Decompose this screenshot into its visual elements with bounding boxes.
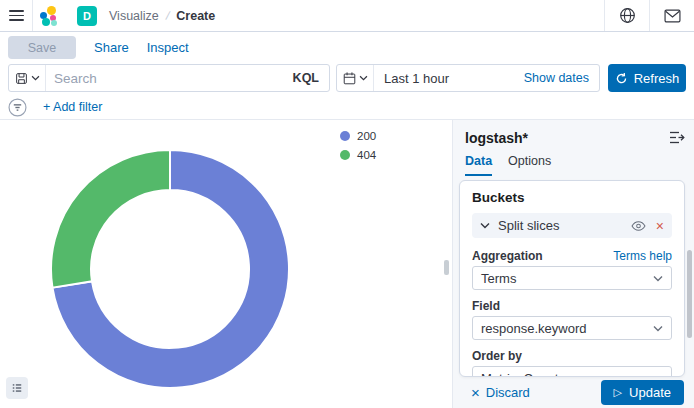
legend-dot-200 xyxy=(340,131,350,141)
legend-item-200[interactable]: 200 xyxy=(340,130,376,142)
chevron-down-icon xyxy=(31,75,40,81)
split-slices-accordion[interactable]: Split slices × xyxy=(472,213,672,238)
aggregation-select[interactable]: Terms xyxy=(472,266,672,290)
panel-scrollbar[interactable] xyxy=(687,250,692,338)
refresh-label: Refresh xyxy=(634,71,680,86)
collapse-panel-icon xyxy=(669,130,685,145)
chevron-down-icon xyxy=(359,75,368,81)
editor-toolbar: Save Share Inspect xyxy=(8,36,189,59)
search-input[interactable] xyxy=(46,71,293,86)
aggregation-value: Terms xyxy=(481,271,516,286)
chevron-down-icon xyxy=(653,275,663,282)
aggregation-label: Aggregation xyxy=(472,249,543,263)
inspect-button[interactable]: Inspect xyxy=(147,40,189,55)
field-value: response.keyword xyxy=(481,321,587,336)
time-picker: Last 1 hour Show dates xyxy=(336,64,600,92)
legend-item-404[interactable]: 404 xyxy=(340,149,376,161)
play-icon: ▷ xyxy=(614,387,622,398)
menu-icon[interactable] xyxy=(0,0,32,31)
remove-bucket-icon[interactable]: × xyxy=(656,219,664,233)
visualization-area: 200 404 xyxy=(0,120,452,408)
collapse-panel-button[interactable] xyxy=(669,130,685,145)
order-by-label: Order by xyxy=(472,349,522,363)
sidebar-tabs: Data Options xyxy=(465,154,694,176)
tab-options[interactable]: Options xyxy=(508,154,551,176)
split-slices-label: Split slices xyxy=(498,218,631,233)
field-select[interactable]: response.keyword xyxy=(472,316,672,340)
elastic-logo-cluster xyxy=(40,6,60,26)
eye-icon[interactable] xyxy=(631,220,646,232)
buckets-title: Buckets xyxy=(472,190,672,205)
close-icon: × xyxy=(471,385,480,400)
discard-label: Discard xyxy=(486,385,530,400)
search-bar: KQL xyxy=(8,64,330,92)
saved-query-menu-button[interactable] xyxy=(9,65,46,91)
date-quick-menu-button[interactable] xyxy=(337,65,374,91)
time-range-value[interactable]: Last 1 hour xyxy=(374,71,524,86)
chart-legend: 200 404 xyxy=(340,130,376,161)
filter-bar: + Add filter xyxy=(8,96,102,118)
share-button[interactable]: Share xyxy=(94,40,129,55)
kibana-visualize-editor: D Visualize / Create Save Share Inspect xyxy=(0,0,694,408)
show-dates-button[interactable]: Show dates xyxy=(524,71,599,85)
hamburger-icon xyxy=(9,10,24,21)
breadcrumb: Visualize / Create xyxy=(109,9,215,23)
breadcrumb-create: Create xyxy=(176,9,215,23)
legend-label-404: 404 xyxy=(357,149,376,161)
globe-icon xyxy=(619,7,636,24)
save-button[interactable]: Save xyxy=(8,36,76,59)
order-by-select[interactable]: Metric: Count xyxy=(472,366,672,377)
legend-toggle-button[interactable] xyxy=(6,377,28,399)
field-label: Field xyxy=(472,299,500,313)
legend-label-200: 200 xyxy=(357,130,376,142)
buckets-card: Buckets Split slices × Aggr xyxy=(459,180,685,377)
discard-button[interactable]: × Discard xyxy=(471,385,530,400)
update-label: Update xyxy=(629,385,671,400)
chevron-down-icon xyxy=(480,222,490,229)
legend-dot-404 xyxy=(340,150,350,160)
tab-data[interactable]: Data xyxy=(465,154,492,176)
panel-resize-handle[interactable] xyxy=(444,260,449,275)
chevron-down-icon xyxy=(653,325,663,332)
terms-help-link[interactable]: Terms help xyxy=(613,249,672,263)
help-menu-button[interactable] xyxy=(605,0,649,31)
filter-icon[interactable] xyxy=(8,98,27,117)
newsfeed-button[interactable] xyxy=(650,0,694,31)
pie-slice-404[interactable] xyxy=(51,150,170,288)
elastic-logo-icon[interactable] xyxy=(33,6,67,26)
app-header: D Visualize / Create xyxy=(0,0,694,32)
breadcrumb-separator: / xyxy=(164,8,170,22)
envelope-icon xyxy=(664,9,681,23)
query-bar: KQL Last 1 hour Show dates xyxy=(0,64,694,92)
save-icon xyxy=(15,72,28,85)
main-content: 200 404 logstash* xyxy=(0,119,694,408)
space-avatar[interactable]: D xyxy=(77,6,97,26)
query-language-button[interactable]: KQL xyxy=(293,71,329,85)
list-icon xyxy=(12,382,22,394)
refresh-icon xyxy=(615,72,628,85)
add-filter-button[interactable]: + Add filter xyxy=(43,100,102,114)
index-pattern-title: logstash* xyxy=(453,120,694,146)
breadcrumb-visualize[interactable]: Visualize xyxy=(109,9,159,23)
calendar-icon xyxy=(343,72,356,85)
donut-chart[interactable] xyxy=(49,148,291,390)
update-button[interactable]: ▷ Update xyxy=(601,380,684,405)
panel-bottom-bar: × Discard ▷ Update xyxy=(453,377,694,408)
refresh-button[interactable]: Refresh xyxy=(608,64,686,92)
editor-sidebar: logstash* Data Options Buckets xyxy=(452,120,694,408)
